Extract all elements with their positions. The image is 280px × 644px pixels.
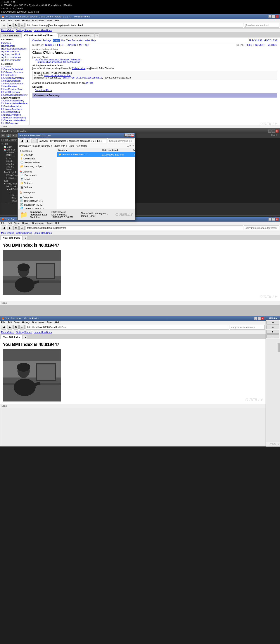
nav-index[interactable]: Index (84, 39, 90, 42)
bmi1-tab-main[interactable]: Your BMI Index (1, 236, 22, 240)
menu-bookmarks[interactable]: Bookmarks (32, 19, 44, 22)
bmi2-reload[interactable]: ↻ (13, 325, 19, 330)
minimize-button[interactable]: _ (268, 15, 271, 18)
explorer-menu-library[interactable]: Include in library ▾ (33, 144, 52, 148)
menu-file[interactable]: File (1, 19, 5, 22)
bmi2-home[interactable]: ⌂ (20, 325, 25, 330)
sidebar-XYLineAnnotationEntity[interactable]: XYLineAnnotationEntity (1, 99, 29, 102)
bmi1-reload[interactable]: ↻ (13, 226, 19, 230)
nav-next-class[interactable]: NEXT CLASS (264, 39, 277, 42)
address-bar[interactable] (26, 23, 243, 28)
detail-field[interactable]: FIELD (57, 44, 63, 46)
bmi1-menu-history[interactable]: History (22, 222, 30, 224)
bmi2-menu-bookmarks[interactable]: Bookmarks (32, 321, 44, 324)
bmi1-back[interactable]: ◀ (1, 226, 6, 230)
home-button[interactable]: ⌂ (20, 23, 25, 28)
col-type[interactable]: Type (132, 149, 135, 151)
nav-ftp[interactable]: 📂incoming on ftp.c... (19, 164, 56, 168)
xyline-annotation-link[interactable]: org.jfree.chart.annotation.XYLineAnnotat… (38, 61, 80, 63)
sidebar-XYDotRenderer[interactable]: XYDotRenderer (1, 74, 29, 76)
sidebar-XYShapeAnnotation[interactable]: XYShapeAnnotation (1, 114, 29, 116)
sidebar-XLDataset[interactable]: XLDataset (1, 65, 29, 68)
java-ee-scrollbar-thumb[interactable] (277, 344, 280, 352)
detail-field2[interactable]: FIELD (246, 44, 252, 46)
col-date[interactable]: Date modified (102, 149, 132, 151)
bmi1-menu-file[interactable]: File (1, 222, 5, 224)
search-bar[interactable] (244, 23, 279, 28)
nav-recent[interactable]: 🕐Recent Places (19, 160, 56, 164)
eclipse-close[interactable]: ✕ (275, 130, 278, 132)
explorer-menu-newfolder[interactable]: New folder (76, 144, 87, 148)
sidebar-XYDifferenceRenderer[interactable]: XYDifferenceRenderer (1, 71, 29, 74)
bmi2-menu-view[interactable]: View (15, 321, 20, 324)
java-ee-btn-4[interactable]: ⬜ (266, 334, 279, 338)
eclipse-btn-new[interactable]: ⊕ (1, 134, 5, 137)
nav-macintosh[interactable]: 💽Macintosh HD (E: (19, 203, 56, 206)
sidebar-XYLineAnnotation[interactable]: XYLineAnnotation (1, 96, 29, 99)
explorer-breadcrumb[interactable]: javaweb › My Documents › commons-fileupl… (37, 138, 107, 143)
bookmark-most-visited[interactable]: Most Visited (1, 29, 14, 32)
bmi2-forward[interactable]: ▶ (7, 325, 13, 330)
xyannotation-link[interactable]: XYAnnotation (72, 67, 85, 70)
bmi2-maximize[interactable]: □ (258, 317, 261, 320)
bmi1-menu-bookmarks[interactable]: Bookmarks (32, 222, 44, 224)
bmi2-menu-file[interactable]: File (1, 321, 5, 324)
bmi2-bookmark-2[interactable]: Getting Started (16, 331, 32, 334)
bmi2-menu-tools[interactable]: Tools (47, 321, 53, 324)
sidebar-link-axis[interactable]: org.jfree.chart.axis (1, 50, 29, 53)
sidebar-XYPolygonAnnotation[interactable]: XYPolygonAnnotation (1, 108, 29, 110)
col-name[interactable]: Name ▲ (58, 149, 102, 151)
detail-constr2[interactable]: CONSTR (255, 44, 264, 46)
explorer-up[interactable]: ↑ (31, 138, 37, 143)
nav-use[interactable]: Use (61, 39, 65, 42)
sidebar-XYItemRenderer[interactable]: XYItemRenderer (1, 85, 29, 88)
maximize-button[interactable]: □ (272, 15, 275, 18)
sidebar-XYImageAnnotation[interactable]: XYImageAnnotation (1, 80, 29, 82)
bmi2-menu-help[interactable]: Help (55, 321, 60, 324)
bmi1-forward[interactable]: ▶ (7, 226, 13, 230)
nav-package[interactable]: Package (43, 39, 51, 42)
eclipse-btn-save[interactable]: 💾 (6, 134, 11, 137)
sidebar-XYItemLabelGenerator[interactable]: XYItemLabelGenerator (1, 82, 29, 85)
sidebar-XYLineAndShapeRenderer[interactable]: XYLineAndShapeRenderer (1, 94, 29, 96)
explorer-view-toggle[interactable]: ☰ ▾ (127, 144, 131, 148)
browser1-window-controls[interactable]: _ □ ✕ (268, 15, 278, 18)
eclipse-minimize[interactable]: _ (268, 130, 271, 132)
xyplot-link[interactable]: XYPlot (85, 82, 93, 84)
bmi2-minimize[interactable]: _ (254, 317, 257, 320)
bmi1-minimize[interactable]: _ (268, 218, 271, 221)
sidebar-link-block[interactable]: org.jfree.chart.block (1, 53, 29, 56)
nav-help[interactable]: Help (91, 39, 96, 42)
sidebar-XYLineAnnotationRenderer[interactable]: XYLineAnnotationRenderer (1, 102, 29, 105)
detail-nested[interactable]: NESTED (45, 44, 54, 46)
menu-history[interactable]: History (22, 19, 30, 22)
sidebar-XYDrawableAnnotation[interactable]: XYDrawableAnnotation (1, 76, 29, 80)
menu-tools[interactable]: Tools (47, 19, 53, 22)
sidebar-XYPointerAnnotation[interactable]: XYPointerAnnotation (1, 105, 29, 108)
publiccloneable-link[interactable]: org.jfree.util.PublicCloneable (63, 77, 102, 79)
bmi1-close[interactable]: ✕ (275, 218, 278, 221)
jfree-sidebar[interactable]: All Classes Packages org.jfree.chart org… (0, 38, 30, 125)
bmi1-window-controls[interactable]: _ □ ✕ (268, 218, 278, 221)
sidebar-link-packages[interactable]: Packages (1, 42, 29, 44)
bmi2-bookmark-3[interactable]: Latest Headlines (34, 331, 52, 334)
sidebar-XYShapeAnnotationEntity[interactable]: XYShapeAnnotationEntity (1, 116, 29, 119)
explorer-menu-burn[interactable]: Burn (69, 144, 74, 148)
eclipse-window-controls[interactable]: _ □ ✕ (268, 130, 278, 132)
bmi2-search[interactable] (230, 325, 265, 330)
bmi1-menu-tools[interactable]: Tools (47, 222, 53, 224)
nav-bootcamp[interactable]: 💽BOOTCAMP (C:) (19, 199, 56, 203)
eclipse-maximize[interactable]: □ (272, 130, 275, 132)
detail-method2[interactable]: METHOD (268, 44, 277, 46)
sidebar-link-chart[interactable]: org.jfree.chart (1, 44, 29, 47)
bookmark-headlines[interactable]: Latest Headlines (34, 29, 52, 32)
bmi1-search[interactable] (244, 226, 279, 230)
nav-overview[interactable]: Overview (32, 39, 42, 42)
nav-tree[interactable]: Tree (66, 39, 71, 42)
bmi2-close[interactable]: ✕ (261, 317, 264, 320)
nav-videos[interactable]: 🎬Videos (19, 185, 56, 189)
nav-music[interactable]: 🎵Music (19, 177, 56, 181)
bmi2-back[interactable]: ◀ (1, 325, 6, 330)
sidebar-XYDatasetTableModel[interactable]: XYDatasetTableModel (1, 68, 29, 71)
sidebar-XYShapeAnnotationRenderer[interactable]: XYShapeAnnotationRenderer (1, 119, 29, 122)
